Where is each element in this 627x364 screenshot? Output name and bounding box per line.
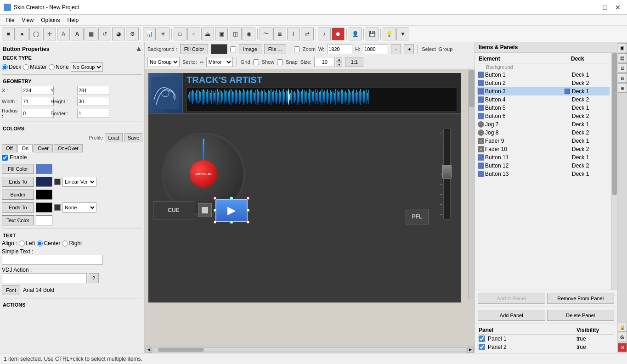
play-button[interactable]: ▶ [215, 199, 248, 222]
video-tool-button[interactable]: ◫ [229, 28, 242, 40]
canvas-scroll[interactable]: TRACK'S ARTIST [145, 69, 474, 346]
canvas-hscrollbar[interactable]: ◀ ▶ [145, 346, 474, 353]
border-swatch[interactable] [36, 190, 52, 200]
state-off-tab[interactable]: Off [2, 144, 17, 152]
group-select[interactable]: No Group Group 1 [147, 57, 180, 67]
sidebar-x-icon[interactable]: ✕ [618, 343, 627, 352]
table-row[interactable]: + Fader 9 Deck 1 [477, 137, 610, 145]
vdj-action-input[interactable] [2, 273, 87, 283]
menu-help[interactable]: Help [64, 16, 83, 24]
none-radio-label[interactable]: None [49, 64, 69, 70]
canvas-vscroll-thumb[interactable] [469, 70, 474, 107]
enable-checkbox[interactable] [2, 155, 8, 161]
mountain-tool-button[interactable]: ⛰ [201, 28, 214, 40]
colorwheel-tool-button[interactable]: ◕ [112, 28, 125, 40]
circle-tool-button[interactable]: ● [16, 28, 28, 40]
save-button[interactable]: Save [124, 133, 142, 142]
state-over-tab[interactable]: Over [34, 144, 53, 152]
state-onover-tab[interactable]: On+Over [54, 144, 83, 152]
align-center-radio[interactable] [37, 241, 43, 246]
music-tool-button[interactable]: ♪ [318, 28, 331, 40]
sidebar-lock-icon[interactable]: 🔒 [618, 323, 627, 332]
hscroll-left-button[interactable]: ◀ [146, 347, 152, 353]
hscroll-right-button[interactable]: ▶ [467, 347, 474, 353]
table-tool-button[interactable]: ▦ [85, 28, 97, 40]
canvas-width-input[interactable] [327, 44, 352, 54]
hscroll-thumb[interactable] [158, 348, 204, 352]
bg-color-swatch[interactable] [211, 44, 227, 54]
table-row[interactable]: Button 5 Deck 1 [477, 104, 610, 112]
border-ends-button[interactable]: Ends To [2, 202, 34, 213]
menu-file[interactable]: File [2, 16, 18, 24]
background-row[interactable]: Background [477, 63, 610, 71]
cue-button[interactable]: CUE [153, 201, 194, 219]
load-button[interactable]: Load [105, 133, 122, 142]
mirror-select[interactable]: Mirror Normal [206, 57, 233, 67]
menu-view[interactable]: View [18, 16, 37, 24]
record-tool-button[interactable]: ⏺ [332, 28, 345, 40]
panel2-checkbox[interactable] [479, 344, 485, 350]
add-to-panel-button[interactable]: Add to Panel [478, 293, 545, 304]
simple-text-input[interactable] [2, 255, 103, 265]
sidebar-icon-3[interactable]: ⊡ [618, 63, 627, 73]
add-panel-button[interactable]: Add Panel [478, 310, 545, 321]
state-on-tab[interactable]: On [17, 144, 33, 152]
align-center-label[interactable]: Center [37, 240, 60, 246]
canvas-vscrollbar[interactable] [468, 69, 474, 299]
fill-color-button[interactable]: Fill Color [2, 164, 34, 174]
panel1-checkbox[interactable] [479, 336, 485, 342]
ends-to-button[interactable]: Ends To [2, 177, 34, 187]
border-input[interactable] [77, 109, 109, 118]
fill-color-swatch[interactable] [36, 164, 52, 174]
sidebar-g-icon[interactable]: G [618, 333, 627, 342]
show-checkbox[interactable] [253, 59, 259, 65]
dropdown-tool-button[interactable]: ▼ [396, 28, 409, 40]
stop-button[interactable] [198, 203, 212, 217]
vinyl-tool-button[interactable]: ◉ [243, 28, 255, 40]
deck-radio[interactable] [2, 64, 8, 70]
table-row[interactable]: Button 6 Deck 2 [477, 112, 610, 120]
minimize-button[interactable]: — [587, 4, 598, 11]
sidebar-icon-2[interactable]: ▤ [618, 53, 627, 62]
size-down-button[interactable]: ▼ [336, 62, 342, 67]
remove-from-panel-button[interactable]: Remove From Panel [547, 293, 615, 304]
fill-color-topbar-button[interactable]: Fill Color [180, 44, 208, 54]
text-color-button[interactable]: Text Color [2, 215, 34, 225]
border-gradient-select[interactable]: None Linear Ver Linear Hor [62, 202, 96, 213]
ellipse-tool-button[interactable]: ○ [187, 28, 200, 40]
size-up-button[interactable]: ▲ [336, 57, 342, 62]
pfl-button[interactable]: PFL [406, 209, 429, 224]
text-color-swatch[interactable] [36, 215, 52, 225]
table-row[interactable]: Button 12 Deck 2 [477, 162, 610, 170]
help-button[interactable]: ? [89, 273, 99, 283]
master-radio-label[interactable]: Master [23, 64, 47, 70]
snap-checkbox[interactable] [277, 59, 283, 65]
menu-options[interactable]: Options [37, 16, 63, 24]
font-button[interactable]: Font [2, 285, 20, 295]
table-row[interactable]: Button 1 Deck 1 [477, 71, 610, 79]
text-bold-tool-button[interactable]: A [71, 28, 84, 40]
master-radio[interactable] [23, 64, 29, 70]
sidebar-icon-1[interactable]: ▣ [618, 43, 627, 52]
bulb-tool-button[interactable]: 💡 [383, 28, 395, 40]
items-scrollbar[interactable] [611, 53, 617, 290]
close-button[interactable]: ✕ [612, 4, 623, 11]
person-tool-button[interactable]: 👤 [349, 28, 362, 40]
gradient-select[interactable]: Linear Ver Linear Hor Radial None [62, 177, 96, 187]
border-button[interactable]: Border [2, 190, 34, 200]
file-button[interactable]: File ... [264, 44, 286, 54]
table-row[interactable]: Jog 8 Deck 2 [477, 129, 610, 137]
star-tool-button[interactable]: ✳ [157, 28, 169, 40]
radius-input[interactable] [22, 109, 54, 118]
none-radio[interactable] [49, 64, 55, 70]
table-row[interactable]: Jog 7 Deck 1 [477, 120, 610, 129]
height-input[interactable] [77, 97, 109, 106]
fader-knob[interactable] [442, 165, 452, 179]
spinner-tool-button[interactable]: ↺ [98, 28, 111, 40]
image-button[interactable]: Image [239, 44, 261, 54]
maximize-button[interactable]: □ [599, 4, 610, 11]
palette-tool-button[interactable]: ⚙ [126, 28, 139, 40]
sidebar-icon-4[interactable]: ⊟ [618, 73, 627, 83]
x-input[interactable] [22, 86, 54, 95]
table-row[interactable]: Button 4 Deck 2 [477, 95, 610, 104]
